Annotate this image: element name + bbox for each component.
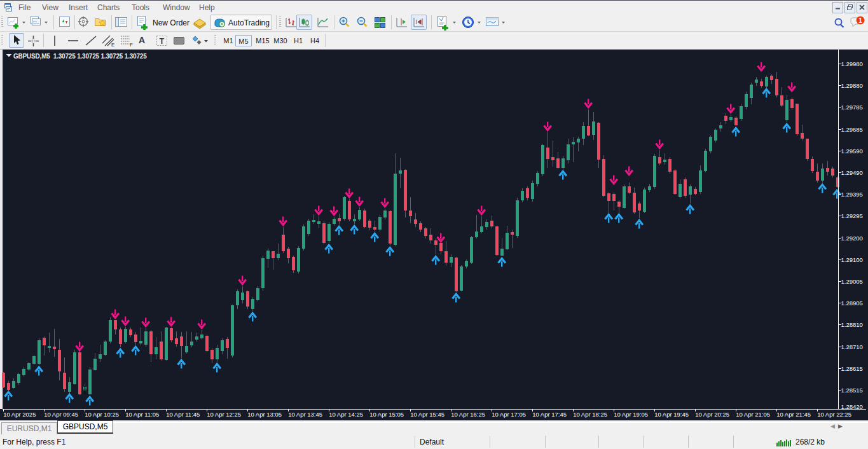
svg-text:1.29590: 1.29590 [841, 148, 863, 155]
svg-text:10 Apr 18:25: 10 Apr 18:25 [573, 411, 607, 418]
svg-text:1.28810: 1.28810 [841, 321, 863, 328]
svg-text:10 Apr 11:45: 10 Apr 11:45 [166, 411, 200, 418]
svg-text:1.29880: 1.29880 [841, 82, 863, 89]
svg-text:10 Apr 16:25: 10 Apr 16:25 [451, 411, 485, 418]
svg-text:10 Apr 13:45: 10 Apr 13:45 [288, 411, 322, 418]
svg-text:1.29785: 1.29785 [841, 104, 863, 111]
svg-text:1.29490: 1.29490 [841, 169, 863, 176]
svg-text:10 Apr 13:05: 10 Apr 13:05 [247, 411, 282, 418]
svg-text:10 Apr 2025: 10 Apr 2025 [3, 411, 36, 418]
svg-text:10 Apr 11:05: 10 Apr 11:05 [125, 411, 159, 418]
svg-text:10 Apr 09:45: 10 Apr 09:45 [44, 411, 78, 418]
svg-text:10 Apr 17:45: 10 Apr 17:45 [532, 411, 567, 418]
svg-text:1.29100: 1.29100 [841, 256, 863, 263]
svg-text:10 Apr 20:25: 10 Apr 20:25 [695, 411, 729, 418]
svg-text:1.29395: 1.29395 [841, 191, 863, 198]
svg-text:E: E [111, 42, 114, 47]
svg-text:10 Apr 21:05: 10 Apr 21:05 [736, 411, 770, 418]
svg-text:10 Apr 12:25: 10 Apr 12:25 [207, 411, 241, 418]
svg-text:1.29980: 1.29980 [841, 60, 863, 67]
svg-text:1.29200: 1.29200 [841, 235, 863, 242]
svg-text:1.28515: 1.28515 [841, 387, 863, 394]
svg-text:10 Apr 15:05: 10 Apr 15:05 [369, 411, 404, 418]
svg-text:10 Apr 19:45: 10 Apr 19:45 [654, 411, 689, 418]
svg-text:T: T [160, 37, 165, 46]
svg-text:GBPUSD,M5 1.30725 1.30725 1.3: GBPUSD,M5 1.30725 1.30725 1.30725 1.3072… [13, 53, 147, 60]
svg-text:10 Apr 19:05: 10 Apr 19:05 [614, 411, 648, 418]
svg-text:10 Apr 14:25: 10 Apr 14:25 [329, 411, 363, 418]
svg-text:1.28615: 1.28615 [841, 365, 863, 372]
svg-text:1.28710: 1.28710 [841, 343, 863, 350]
svg-text:10 Apr 10:25: 10 Apr 10:25 [85, 411, 119, 418]
svg-text:10 Apr 22:25: 10 Apr 22:25 [817, 411, 851, 418]
svg-text:1.29295: 1.29295 [841, 212, 863, 219]
svg-text:10 Apr 21:45: 10 Apr 21:45 [776, 411, 811, 418]
svg-text:1.28420: 1.28420 [841, 403, 863, 410]
svg-text:1.29685: 1.29685 [841, 126, 863, 133]
svg-text:10 Apr 17:05: 10 Apr 17:05 [492, 411, 526, 418]
svg-text:F: F [130, 42, 133, 47]
svg-text:1: 1 [858, 17, 862, 24]
svg-text:1.29005: 1.29005 [841, 278, 863, 285]
svg-text:1.28905: 1.28905 [841, 300, 863, 307]
svg-text:10 Apr 15:45: 10 Apr 15:45 [410, 411, 444, 418]
